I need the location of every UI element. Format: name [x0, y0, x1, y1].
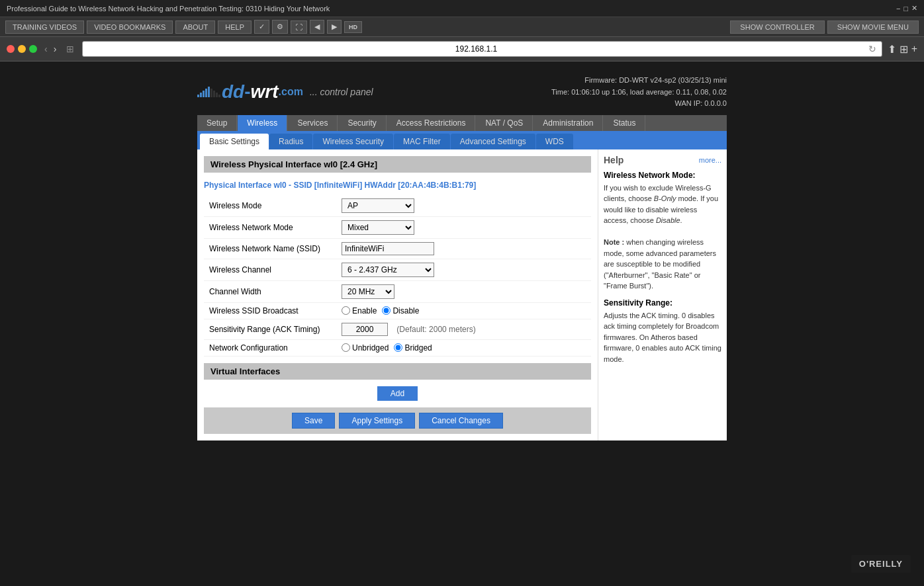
ssid-broadcast-disable-radio[interactable] — [382, 306, 391, 315]
training-videos-btn[interactable]: TRAINING VIDEOS — [5, 21, 84, 34]
logo-dd: dd — [222, 81, 244, 103]
subnav-basic-settings[interactable]: Basic Settings — [200, 134, 269, 149]
wireless-mode-label: Wireless Mode — [204, 195, 336, 217]
subnav-advanced-settings[interactable]: Advanced Settings — [451, 134, 535, 149]
signal-bars-icon — [197, 87, 220, 97]
browser-chrome: ‹ › ⊞ ↻ ⬆ ⊞ + — [0, 37, 924, 62]
nav-administration[interactable]: Administration — [533, 115, 603, 131]
help-section-wireless-mode-text: If you wish to exclude Wireless-G client… — [604, 183, 721, 292]
maximize-icon[interactable]: □ — [903, 5, 908, 13]
channel-width-select[interactable]: 20 MHz 40 MHz — [342, 284, 394, 299]
browser-actions: ⬆ ⊞ + — [888, 43, 917, 56]
sensitivity-label: Sensitivity Range (ACK Timing) — [204, 319, 336, 339]
unbridged-label[interactable]: Unbridged — [342, 343, 389, 353]
unbridged-radio[interactable] — [342, 343, 350, 352]
ssid-cell — [336, 238, 591, 259]
logo-dot: - — [244, 81, 250, 103]
tab-icon[interactable]: ⊞ — [64, 44, 77, 54]
network-config-row: Network Configuration Unbridged — [204, 339, 591, 356]
interface-link[interactable]: Physical Interface wl0 - SSID [InfiniteW… — [204, 178, 591, 195]
ssid-broadcast-enable-radio[interactable] — [342, 306, 350, 315]
minimize-window-btn[interactable] — [18, 45, 26, 53]
bridged-text: Bridged — [404, 343, 432, 353]
sensitivity-cell: (Default: 2000 meters) — [336, 319, 591, 339]
ssid-broadcast-disable-label[interactable]: Disable — [382, 306, 419, 315]
browser-back-btn[interactable]: ‹ — [42, 44, 50, 54]
traffic-lights — [7, 45, 37, 53]
share-btn[interactable]: ⬆ — [888, 43, 896, 56]
bridged-label[interactable]: Bridged — [394, 343, 432, 353]
sensitivity-input[interactable] — [342, 323, 388, 336]
maximize-window-btn[interactable] — [29, 45, 37, 53]
close-icon[interactable]: ✕ — [911, 4, 917, 13]
show-movie-menu-btn[interactable]: SHOW MOVIE MENU — [827, 21, 919, 34]
wireless-network-mode-select[interactable]: Mixed B-Only G-Only N-Only Disable — [342, 220, 414, 235]
help-btn[interactable]: HELP — [218, 21, 252, 34]
wireless-network-mode-row: Wireless Network Mode Mixed B-Only G-Onl… — [204, 216, 591, 238]
ddwrt-panel: dd-wrt.com ... control panel Firmware: D… — [197, 71, 727, 440]
checkmark-icon-btn[interactable]: ✓ — [254, 20, 269, 34]
refresh-btn[interactable]: ↻ — [868, 44, 876, 54]
ssid-input[interactable] — [342, 242, 434, 255]
save-button[interactable]: Save — [292, 413, 335, 429]
cancel-changes-button[interactable]: Cancel Changes — [419, 413, 503, 429]
address-bar-wrap: ↻ — [82, 41, 882, 57]
channel-cell: 6 - 2.437 GHz 1 - 2.412 GHz 11 - 2.462 G… — [336, 259, 591, 280]
network-config-radio-group: Unbridged Bridged — [342, 343, 586, 353]
ssid-broadcast-radio-group: Enable Disable — [342, 306, 586, 315]
subnav-radius[interactable]: Radius — [269, 134, 312, 149]
bridged-radio[interactable] — [394, 343, 402, 352]
new-tab-btn[interactable]: ⊞ — [900, 43, 908, 56]
subnav-wireless-security[interactable]: Wireless Security — [313, 134, 393, 149]
nav-services[interactable]: Services — [288, 115, 338, 131]
channel-select[interactable]: 6 - 2.437 GHz 1 - 2.412 GHz 11 - 2.462 G… — [342, 263, 434, 277]
browser-nav-arrows: ‹ › — [42, 44, 58, 54]
subnav-wds[interactable]: WDS — [536, 134, 573, 149]
minimize-icon[interactable]: − — [896, 5, 900, 13]
sidebar-btn[interactable]: + — [911, 43, 917, 56]
content-area: Wireless Physical Interface wl0 [2.4 GHz… — [197, 149, 727, 440]
video-bookmarks-btn[interactable]: VIDEO BOOKMARKS — [87, 21, 173, 34]
nav-security[interactable]: Security — [338, 115, 386, 131]
add-virtual-interface-btn[interactable]: Add — [377, 386, 418, 401]
hd-icon-btn[interactable]: HD — [344, 21, 362, 33]
about-btn[interactable]: ABOUT — [175, 21, 215, 34]
help-more-link[interactable]: more... — [699, 156, 721, 164]
subnav-mac-filter[interactable]: MAC Filter — [394, 134, 450, 149]
wireless-mode-select[interactable]: AP Client Ad-Hoc — [342, 198, 414, 213]
settings-table: Wireless Mode AP Client Ad-Hoc — [204, 195, 591, 356]
nav-access-restrictions[interactable]: Access Restrictions — [387, 115, 476, 131]
ddwrt-header-info: Firmware: DD-WRT v24-sp2 (03/25/13) mini… — [551, 75, 727, 110]
wan-ip-info: WAN IP: 0.0.0.0 — [551, 98, 727, 110]
ssid-broadcast-cell: Enable Disable — [336, 302, 591, 319]
sensitivity-default: (Default: 2000 meters) — [396, 325, 475, 334]
channel-select-wrap: 6 - 2.437 GHz 1 - 2.412 GHz 11 - 2.462 G… — [342, 263, 434, 277]
ssid-broadcast-row: Wireless SSID Broadcast Enable — [204, 302, 591, 319]
settings-icon-btn[interactable]: ⚙ — [272, 20, 288, 34]
action-buttons: Save Apply Settings Cancel Changes — [204, 407, 591, 434]
ssid-broadcast-enable-label[interactable]: Enable — [342, 306, 377, 315]
ssid-label: Wireless Network Name (SSID) — [204, 238, 336, 259]
wireless-network-mode-label: Wireless Network Mode — [204, 216, 336, 238]
ddwrt-header: dd-wrt.com ... control panel Firmware: D… — [197, 71, 727, 115]
browser-forward-btn[interactable]: › — [52, 44, 59, 54]
apply-settings-button[interactable]: Apply Settings — [339, 413, 415, 429]
ssid-broadcast-disable-text: Disable — [393, 306, 419, 315]
nav-bar: TRAINING VIDEOS VIDEO BOOKMARKS ABOUT HE… — [0, 17, 924, 37]
wireless-mode-select-wrap: AP Client Ad-Hoc — [342, 198, 414, 213]
sub-nav: Basic Settings Radius Wireless Security … — [197, 131, 727, 149]
address-bar[interactable] — [88, 44, 864, 54]
logo-cp: ... control panel — [310, 87, 373, 97]
nav-setup[interactable]: Setup — [197, 115, 237, 131]
nav-status[interactable]: Status — [604, 115, 645, 131]
prev-icon-btn[interactable]: ◀ — [310, 20, 324, 34]
wireless-mode-cell: AP Client Ad-Hoc — [336, 195, 591, 217]
nav-wireless[interactable]: Wireless — [238, 115, 287, 131]
nav-nat-qos[interactable]: NAT / QoS — [476, 115, 533, 131]
close-window-btn[interactable] — [7, 45, 15, 53]
fullscreen-icon-btn[interactable]: ⛶ — [291, 21, 307, 34]
channel-row: Wireless Channel 6 - 2.437 GHz 1 - 2.412… — [204, 259, 591, 280]
oreilly-watermark: O'REILLY — [851, 555, 911, 573]
show-controller-btn[interactable]: SHOW CONTROLLER — [730, 21, 824, 34]
play-icon-btn[interactable]: ▶ — [327, 20, 342, 34]
